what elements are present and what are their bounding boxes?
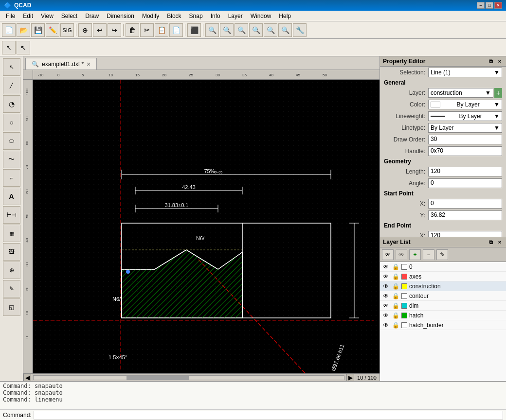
zoom-previous-button[interactable]: 🔍	[249, 23, 263, 37]
horizontal-scrollbar[interactable]: ◀ ▶ 10 / 100	[23, 373, 380, 381]
drawing-tab[interactable]: 🔍 example01.dxf * ×	[25, 58, 97, 70]
layer-item-dim[interactable]: 👁 🔒 dim	[380, 301, 506, 311]
selection-dropdown[interactable]: Line (1) ▼	[428, 68, 502, 77]
y1-value[interactable]: 36.82	[428, 210, 502, 220]
zoom-realtime-button[interactable]: 🔍	[205, 23, 219, 37]
tool-hatch[interactable]: ▦	[3, 225, 20, 242]
color-dropdown[interactable]: By Layer ▼	[428, 100, 502, 109]
cut-button[interactable]: ✂	[140, 23, 154, 37]
menu-select[interactable]: Select	[57, 12, 81, 20]
angle-value[interactable]: 0	[428, 178, 502, 188]
tab-close-button[interactable]: ×	[87, 60, 90, 68]
tool-arc[interactable]: ◔	[3, 95, 20, 113]
layer-add-button[interactable]: +	[409, 249, 421, 260]
pan-button[interactable]: 🔍	[264, 23, 277, 37]
layer-hatch-border-eye[interactable]: 👁	[382, 321, 390, 329]
menu-snap[interactable]: Snap	[185, 12, 207, 20]
tool-snap[interactable]: ⊕	[3, 262, 20, 279]
layer-0-lock[interactable]: 🔒	[392, 263, 399, 271]
layer-contour-eye[interactable]: 👁	[382, 292, 390, 300]
prop-restore-icon[interactable]: ⧉	[488, 58, 494, 65]
x1-value[interactable]: 0	[428, 199, 502, 209]
layer-remove-button[interactable]: −	[423, 249, 434, 260]
scroll-thumb[interactable]	[126, 376, 189, 380]
tool-text[interactable]: A	[3, 188, 20, 205]
layer-construction-eye[interactable]: 👁	[382, 282, 390, 290]
layer-item-contour[interactable]: 👁 🔒 contour	[380, 291, 506, 301]
menu-file[interactable]: File	[2, 12, 19, 20]
zoom-in-button[interactable]: ⊕	[78, 23, 92, 37]
tool-select[interactable]: ↖	[3, 58, 20, 76]
layer-dim-lock[interactable]: 🔒	[392, 302, 399, 310]
save-button[interactable]: 💾	[31, 23, 45, 37]
layer-edit-button[interactable]: ✎	[436, 249, 448, 260]
close-button[interactable]: ×	[494, 2, 502, 9]
menu-dimension[interactable]: Dimension	[103, 12, 138, 20]
layer-hatch-eye[interactable]: 👁	[382, 312, 390, 319]
select-all-button[interactable]: ⬛	[187, 23, 201, 37]
layer-item-axes[interactable]: 👁 🔒 axes	[380, 272, 506, 281]
add-layer-button[interactable]: +	[494, 88, 502, 98]
layer-hatch-border-lock[interactable]: 🔒	[392, 321, 399, 329]
layer-0-eye[interactable]: 👁	[382, 263, 390, 271]
print-button[interactable]: SIG	[60, 23, 74, 37]
menu-info[interactable]: Info	[207, 12, 224, 20]
paste-button[interactable]: 📄	[169, 23, 183, 37]
tool-modify[interactable]: ✎	[3, 280, 20, 298]
tool-ellipse[interactable]: ⬭	[3, 132, 20, 150]
layer-construction-lock[interactable]: 🔒	[392, 282, 399, 290]
layer-dim-eye[interactable]: 👁	[382, 302, 390, 310]
canvas[interactable]: 75%₀.₀₅ 42.43 31.83±0.1	[33, 80, 380, 373]
layer-item-0[interactable]: 👁 🔒 0	[380, 262, 506, 272]
undo-button[interactable]: ↩	[93, 23, 107, 37]
redo-button[interactable]: ↪	[108, 23, 121, 37]
zoom-extents-button[interactable]: 🔍	[235, 23, 248, 37]
minimize-button[interactable]: −	[477, 2, 485, 9]
menu-edit[interactable]: Edit	[19, 12, 37, 20]
open-button[interactable]: 📂	[17, 23, 30, 37]
menu-layer[interactable]: Layer	[224, 12, 247, 20]
layer-contour-lock[interactable]: 🔒	[392, 292, 399, 300]
zoom-window-button[interactable]: 🔍	[220, 23, 234, 37]
length-value[interactable]: 120	[428, 167, 502, 176]
tool-circle[interactable]: ○	[3, 114, 20, 131]
prop-close-icon[interactable]: ×	[496, 58, 503, 65]
lineweight-dropdown[interactable]: By Layer ▼	[428, 111, 502, 121]
tool-spline[interactable]: 〜	[3, 151, 20, 168]
layer-show-all-button[interactable]: 👁	[382, 249, 394, 260]
layer-axes-lock[interactable]: 🔒	[392, 273, 399, 280]
save-as-button[interactable]: ✏️	[46, 23, 59, 37]
settings-button[interactable]: 🔧	[293, 23, 307, 37]
maximize-button[interactable]: □	[486, 2, 493, 9]
menu-block[interactable]: Block	[163, 12, 185, 20]
tool-image[interactable]: 🖼	[3, 243, 20, 261]
delete-button[interactable]: 🗑	[126, 23, 139, 37]
new-button[interactable]: 📄	[2, 23, 16, 37]
menu-draw[interactable]: Draw	[81, 12, 103, 20]
copy-button[interactable]: 📋	[155, 23, 168, 37]
layer-hide-all-button[interactable]: 👁	[396, 249, 407, 260]
scroll-right-button[interactable]: ▶	[346, 374, 354, 382]
layer-restore-icon[interactable]: ⧉	[488, 239, 494, 245]
tool-3d[interactable]: ◱	[3, 298, 20, 316]
scroll-left-button[interactable]: ◀	[23, 374, 31, 382]
tool-line[interactable]: ╱	[3, 77, 20, 94]
tool-polyline[interactable]: ⌐	[3, 169, 20, 187]
select-mode-button[interactable]: ↖	[17, 41, 30, 54]
menu-modify[interactable]: Modify	[138, 12, 163, 20]
zoom-out-button[interactable]: 🔍	[278, 23, 292, 37]
layer-dropdown[interactable]: construction ▼	[428, 88, 493, 98]
menu-help[interactable]: Help	[275, 12, 295, 20]
tool-dim[interactable]: ⊢⊣	[3, 206, 20, 224]
linetype-dropdown[interactable]: By Layer ▼	[428, 123, 502, 133]
layer-close-icon[interactable]: ×	[496, 239, 503, 245]
layer-item-construction[interactable]: 👁 🔒 construction	[380, 281, 506, 291]
layer-hatch-lock[interactable]: 🔒	[392, 312, 399, 319]
menu-view[interactable]: View	[37, 12, 57, 20]
layer-axes-eye[interactable]: 👁	[382, 273, 390, 280]
select-tool-button[interactable]: ↖	[2, 41, 16, 54]
menu-window[interactable]: Window	[247, 12, 275, 20]
x2-value[interactable]: 120	[428, 231, 502, 237]
layer-item-hatch[interactable]: 👁 🔒 hatch	[380, 311, 506, 320]
draw-order-value[interactable]: 30	[428, 135, 502, 144]
